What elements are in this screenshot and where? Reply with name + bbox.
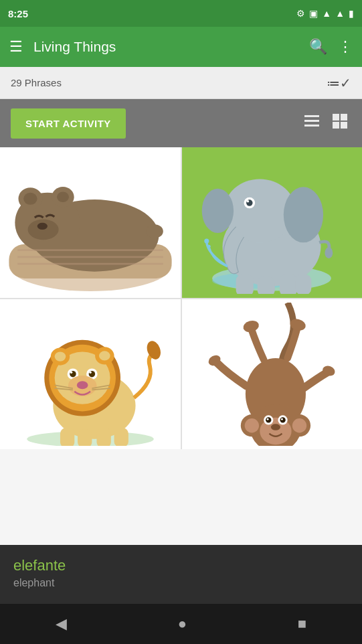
menu-icon[interactable]: ☰ [9,38,23,56]
view-toggle [300,110,351,137]
svg-point-15 [27,219,58,240]
elephant-illustration [186,151,357,294]
settings-icon: ⚙ [296,8,305,19]
signal-icon: ▲ [335,8,345,19]
svg-rect-1 [304,120,319,122]
status-bar: 8:25 ⚙ ▣ ▲ ▲ ▮ [0,0,362,27]
list-view-button[interactable] [300,110,323,137]
monkey-illustration [186,303,357,445]
sub-header: 29 Phrases ≔✓ [0,67,362,99]
svg-point-36 [325,247,333,258]
list-icon [303,112,321,130]
lion-illustration [5,303,176,445]
svg-point-79 [242,319,260,334]
toolbar: START ACTIVITY [0,99,362,147]
svg-point-50 [99,351,110,360]
status-icons: ⚙ ▣ ▲ ▲ ▮ [296,8,354,19]
start-activity-button[interactable]: START ACTIVITY [11,108,126,139]
svg-rect-2 [304,125,319,127]
back-button[interactable]: ◀ [39,610,83,638]
svg-rect-32 [236,274,254,294]
battery-icon: ▮ [349,8,354,19]
svg-point-58 [77,382,88,390]
svg-point-14 [57,191,69,202]
animal-cell-elephant[interactable] [182,147,363,298]
svg-point-31 [247,200,250,203]
grid-icon [331,112,349,130]
svg-rect-33 [258,276,275,294]
sim-icon: ▣ [309,8,318,19]
svg-point-48 [54,352,66,361]
svg-point-68 [292,418,306,432]
search-icon[interactable]: 🔍 [309,38,327,56]
sort-icon[interactable]: ≔✓ [327,75,351,91]
svg-point-74 [280,417,286,422]
svg-rect-41 [96,428,110,445]
svg-point-76 [271,424,280,430]
status-time: 8:25 [8,8,28,19]
svg-point-66 [245,418,259,432]
svg-rect-42 [114,428,128,445]
svg-rect-40 [78,430,92,446]
svg-point-43 [145,339,163,361]
navigation-bar: ◀ ● ■ [0,604,362,644]
animal-secondary-name: elephant [13,577,349,589]
svg-point-53 [70,372,73,374]
svg-point-75 [281,418,283,420]
svg-rect-39 [60,428,74,445]
svg-point-28 [207,244,211,248]
svg-point-71 [266,417,271,422]
svg-point-16 [37,222,47,229]
svg-point-72 [267,418,269,420]
svg-rect-34 [280,274,297,294]
grid-view-button[interactable] [329,110,351,137]
more-options-icon[interactable]: ⋮ [338,38,353,56]
svg-rect-6 [341,122,347,129]
app-title: Living Things [33,39,298,55]
animal-cell-monkey[interactable] [182,299,363,450]
svg-point-12 [23,192,37,204]
home-button[interactable]: ● [162,610,203,638]
svg-point-20 [146,224,163,238]
animal-primary-name: elefante [13,557,349,574]
svg-rect-5 [333,122,339,129]
svg-rect-35 [296,274,312,294]
svg-rect-0 [304,115,319,117]
svg-point-26 [202,188,234,232]
wifi-icon: ▲ [322,8,331,19]
svg-point-25 [284,187,323,242]
svg-point-27 [204,238,209,243]
bear-illustration [5,151,176,294]
phrase-count: 29 Phrases [11,77,62,88]
app-bar: ☰ Living Things 🔍 ⋮ [0,27,362,67]
svg-rect-3 [333,114,339,120]
recents-button[interactable]: ■ [282,610,323,638]
svg-point-56 [89,372,92,374]
animal-grid [0,147,362,449]
animal-info-panel: elefante elephant [0,545,362,604]
animal-cell-lion[interactable] [0,299,181,450]
svg-rect-4 [341,114,347,120]
animal-cell-bear[interactable] [0,147,181,298]
